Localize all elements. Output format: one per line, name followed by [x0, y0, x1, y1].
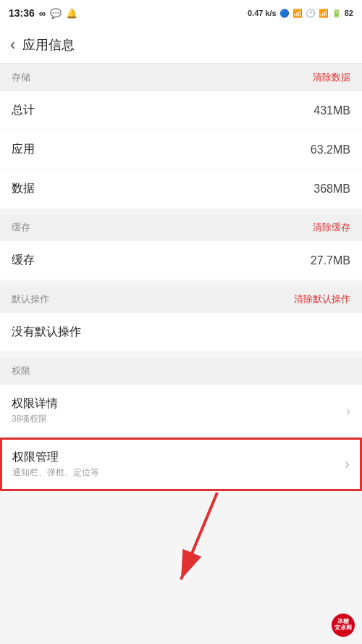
network-speed: 0.47 k/s: [248, 9, 277, 17]
clear-data-button[interactable]: 清除数据: [313, 71, 350, 84]
storage-section-header: 存储 清除数据: [0, 64, 362, 91]
bluetooth-icon: 🔵: [279, 9, 290, 18]
permission-management-label: 权限管理: [12, 450, 99, 465]
permission-details-sublabel: 38项权限: [12, 413, 58, 425]
app-label: 应用: [12, 142, 35, 157]
gap-1: [0, 208, 362, 214]
permissions-header-label: 权限: [12, 364, 30, 377]
content-area: 存储 清除数据 总计 431MB 应用 63.2MB 数据 368MB 缓存 清…: [0, 64, 362, 644]
cache-card: 缓存 27.7MB: [0, 241, 362, 280]
total-value: 431MB: [313, 104, 350, 117]
status-time: 13:36: [9, 7, 35, 19]
back-button[interactable]: ‹: [10, 37, 15, 53]
data-value: 368MB: [313, 183, 350, 196]
status-right: 0.47 k/s 🔵 📶 🕐 📶 🔋 82: [248, 9, 353, 18]
permission-details-text: 权限详情 38项权限: [12, 396, 58, 425]
cache-section-header: 缓存 清除缓存: [0, 214, 362, 241]
toolbar: ‹ 应用信息: [0, 26, 362, 64]
permissions-card: 权限详情 38项权限 › 权限管理 通知栏、弹框、定位等 ›: [0, 385, 362, 491]
alert-icon: 🔔: [66, 8, 77, 19]
permission-management-sublabel: 通知栏、弹框、定位等: [12, 467, 99, 479]
battery-percent: 82: [345, 9, 353, 17]
wifi-icon: 📶: [319, 9, 329, 18]
total-row: 总计 431MB: [0, 91, 362, 130]
defaults-section: 默认操作 清除默认操作 没有默认操作: [0, 285, 362, 351]
gap-2: [0, 280, 362, 285]
app-value: 63.2MB: [311, 143, 350, 156]
cache-label: 缓存: [12, 253, 35, 268]
cache-value: 27.7MB: [311, 254, 350, 267]
cache-header-label: 缓存: [12, 221, 30, 234]
watermark-logo: 冰糖安卓网: [332, 614, 355, 637]
permission-management-text: 权限管理 通知栏、弹框、定位等: [12, 450, 99, 479]
page-title: 应用信息: [22, 36, 75, 54]
permissions-section: 权限 权限详情 38项权限 › 权限管理 通知栏、弹框、定位等 ›: [0, 357, 362, 491]
status-bar: 13:36 ∞ 💬 🔔 0.47 k/s 🔵 📶 🕐 📶 🔋 82: [0, 0, 362, 26]
data-label: 数据: [12, 181, 35, 196]
watermark: 冰糖安卓网: [332, 614, 355, 637]
storage-label: 存储: [12, 71, 30, 84]
battery-icon: 🔋: [332, 9, 342, 18]
cache-row: 缓存 27.7MB: [0, 241, 362, 280]
storage-section: 存储 清除数据 总计 431MB 应用 63.2MB 数据 368MB: [0, 64, 362, 208]
permission-details-label: 权限详情: [12, 396, 58, 411]
storage-card: 总计 431MB 应用 63.2MB 数据 368MB: [0, 91, 362, 208]
defaults-card: 没有默认操作: [0, 313, 362, 351]
data-row: 数据 368MB: [0, 170, 362, 208]
clock-icon: 🕐: [306, 9, 316, 18]
gap-3: [0, 351, 362, 357]
permission-details-row[interactable]: 权限详情 38项权限 ›: [0, 385, 362, 438]
defaults-header-label: 默认操作: [12, 293, 49, 306]
defaults-section-header: 默认操作 清除默认操作: [0, 285, 362, 313]
cache-section: 缓存 清除缓存 缓存 27.7MB: [0, 214, 362, 280]
signal-icon: 📶: [292, 9, 303, 18]
app-row: 应用 63.2MB: [0, 130, 362, 170]
watermark-text: 冰糖安卓网: [334, 619, 352, 632]
clear-defaults-button[interactable]: 清除默认操作: [294, 293, 350, 306]
message-icon: 💬: [50, 8, 62, 19]
total-label: 总计: [12, 103, 35, 118]
infinity-icon: ∞: [39, 8, 46, 19]
permission-management-row[interactable]: 权限管理 通知栏、弹框、定位等 ›: [0, 438, 362, 491]
clear-cache-button[interactable]: 清除缓存: [313, 221, 350, 234]
no-defaults-label: 没有默认操作: [12, 325, 81, 340]
chevron-right-icon-details: ›: [346, 403, 350, 419]
chevron-right-icon-management: ›: [345, 455, 350, 474]
permissions-section-header: 权限: [0, 357, 362, 385]
status-left: 13:36 ∞ 💬 🔔: [9, 7, 77, 19]
no-defaults-row: 没有默认操作: [0, 313, 362, 351]
